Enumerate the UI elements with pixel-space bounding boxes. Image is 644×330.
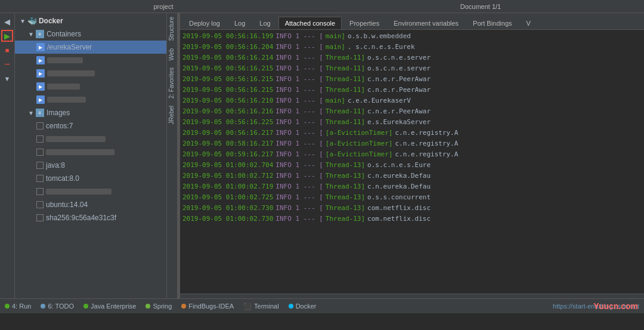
container-item-3[interactable]: ▶ bbox=[15, 67, 166, 80]
status-bar: 4: Run 6: TODO Java Enterprise Spring Fi… bbox=[0, 298, 644, 313]
log-line: 2019-09-05 00:56:16.225INFO 1 --- [Threa… bbox=[182, 117, 642, 128]
image-blurred-2[interactable] bbox=[15, 146, 166, 159]
image-blurred-label-2 bbox=[46, 149, 114, 155]
log-line: 2019-09-05 01:00:02.719INFO 1 --- [Threa… bbox=[182, 181, 642, 192]
images-node[interactable]: ▼ ≡ Images bbox=[15, 106, 166, 119]
side-tab-favorites[interactable]: 2: Favorites bbox=[167, 64, 177, 102]
left-toolbar: ◀ ▶ ■ − ▼ bbox=[0, 13, 15, 298]
tab-port-bindings[interactable]: Port Bindings bbox=[466, 17, 518, 29]
arrow-icon[interactable]: ◀ bbox=[1, 16, 13, 27]
log-line: 2019-09-05 00:56:16.210INFO 1 --- [main]… bbox=[182, 95, 642, 106]
image-ubuntu[interactable]: ubuntu:14.04 bbox=[15, 198, 166, 211]
log-line: 2019-09-05 00:56:16.199INFO 1 --- [main]… bbox=[182, 31, 642, 42]
container-item-4[interactable]: ▶ bbox=[15, 80, 166, 93]
status-terminal-label: Terminal bbox=[254, 303, 279, 310]
image-sha256[interactable]: sha256:9c56a4e31c3f bbox=[15, 211, 166, 224]
container-label-5 bbox=[47, 97, 86, 103]
log-line: 2019-09-05 01:00:02.725INFO 1 --- [Threa… bbox=[182, 192, 642, 203]
watermark: Yuucn.com bbox=[593, 301, 638, 311]
container-item-5[interactable]: ▶ bbox=[15, 93, 166, 106]
left-title: project bbox=[5, 3, 322, 10]
status-todo-label: 6: TODO bbox=[48, 303, 74, 310]
log-line: 2019-09-05 00:56:16.204INFO 1 --- [main]… bbox=[182, 42, 642, 53]
container-label-4 bbox=[47, 84, 80, 90]
side-tab-structure[interactable]: Structure bbox=[167, 13, 177, 45]
image-ubuntu-label: ubuntu:14.04 bbox=[46, 201, 88, 209]
image-blurred-1[interactable] bbox=[15, 132, 166, 146]
image-blurred-label-3 bbox=[46, 189, 112, 195]
status-terminal[interactable]: ⬛ Terminal bbox=[243, 303, 279, 310]
side-tab-web[interactable]: Web bbox=[167, 45, 177, 64]
side-tabs: Structure Web 2: Favorites JRebel bbox=[167, 13, 178, 298]
findbugs-dot bbox=[181, 304, 186, 309]
stop-icon[interactable]: ■ bbox=[1, 44, 13, 56]
tab-log1[interactable]: Log bbox=[228, 17, 252, 29]
tab-log2[interactable]: Log bbox=[253, 17, 277, 29]
image-blurred-label-1 bbox=[46, 136, 106, 142]
tab-attached-console[interactable]: Attached console bbox=[278, 17, 342, 29]
status-docker-label: Docker bbox=[296, 303, 317, 310]
main-area: ◀ ▶ ■ − ▼ ▼ 🐳 Docker ▼ ≡ Containers ▶ /e… bbox=[0, 13, 644, 298]
status-findbugs-label: FindBugs-IDEA bbox=[188, 303, 234, 310]
tree-panel: ▼ 🐳 Docker ▼ ≡ Containers ▶ /eurekaServe… bbox=[15, 13, 167, 298]
side-tab-jrebel[interactable]: JRebel bbox=[167, 102, 177, 128]
minus-icon[interactable]: − bbox=[1, 58, 13, 70]
status-findbugs[interactable]: FindBugs-IDEA bbox=[181, 303, 234, 310]
images-label: Images bbox=[47, 109, 70, 117]
status-spring-label: Spring bbox=[153, 303, 172, 310]
tab-deploy-log[interactable]: Deploy log bbox=[182, 17, 227, 29]
containers-node[interactable]: ▼ ≡ Containers bbox=[15, 27, 166, 41]
log-line: 2019-09-05 01:00:02.730INFO 1 --- [Threa… bbox=[182, 203, 642, 214]
containers-label: Containers bbox=[47, 30, 81, 38]
tab-v[interactable]: V bbox=[520, 17, 537, 29]
status-docker[interactable]: Docker bbox=[289, 303, 317, 310]
log-line: 2019-09-05 00:56:16.216INFO 1 --- [Threa… bbox=[182, 106, 642, 117]
image-centos7[interactable]: centos:7 bbox=[15, 119, 166, 132]
image-blurred-3[interactable] bbox=[15, 185, 166, 198]
log-line: 2019-09-05 00:56:16.215INFO 1 --- [Threa… bbox=[182, 85, 642, 95]
run-icon[interactable]: ▶ bbox=[1, 30, 13, 42]
status-todo[interactable]: 6: TODO bbox=[41, 303, 74, 310]
log-line: 2019-09-05 00:56:16.214INFO 1 --- [Threa… bbox=[182, 53, 642, 63]
status-java-enterprise-label: Java Enterprise bbox=[91, 303, 136, 310]
eureka-server-item[interactable]: ▶ /eurekaServer bbox=[15, 41, 166, 54]
image-java8[interactable]: java:8 bbox=[15, 159, 166, 172]
spring-dot bbox=[145, 304, 150, 309]
java-enterprise-dot bbox=[83, 304, 88, 309]
status-java-enterprise[interactable]: Java Enterprise bbox=[83, 303, 136, 310]
image-sha256-label: sha256:9c56a4e31c3f bbox=[46, 214, 116, 222]
status-spring[interactable]: Spring bbox=[145, 303, 172, 310]
image-java8-label: java:8 bbox=[46, 161, 65, 169]
run-dot bbox=[5, 304, 10, 309]
log-line: 2019-09-05 00:56:16.215INFO 1 --- [Threa… bbox=[182, 74, 642, 85]
title-bar: project Document 1/1 bbox=[0, 0, 644, 13]
right-panel: Deploy log Log Log Attached console Prop… bbox=[180, 13, 644, 298]
tab-properties[interactable]: Properties bbox=[343, 17, 386, 29]
status-run[interactable]: 4: Run bbox=[5, 303, 31, 310]
eureka-server-label: /eurekaServer bbox=[47, 43, 92, 51]
container-label-3 bbox=[47, 70, 95, 76]
log-line: 2019-09-05 01:00:02.730INFO 1 --- [Threa… bbox=[182, 214, 642, 224]
docker-header: ▼ 🐳 Docker bbox=[15, 14, 166, 27]
right-title: Document 1/1 bbox=[322, 3, 639, 10]
image-tomcat80-label: tomcat:8.0 bbox=[46, 174, 79, 183]
log-line: 2019-09-05 00:58:16.217INFO 1 --- [[a-Ev… bbox=[182, 138, 642, 149]
tabs-bar: Deploy log Log Log Attached console Prop… bbox=[180, 13, 644, 30]
image-centos7-label: centos:7 bbox=[46, 122, 73, 130]
container-label-2 bbox=[47, 57, 83, 63]
todo-dot bbox=[41, 304, 45, 309]
docker-dot bbox=[289, 304, 293, 309]
log-scrollbar[interactable] bbox=[180, 294, 644, 298]
tab-env-variables[interactable]: Environment variables bbox=[387, 17, 465, 29]
image-tomcat80[interactable]: tomcat:8.0 bbox=[15, 172, 166, 185]
log-line: 2019-09-05 00:59:16.217INFO 1 --- [[a-Ev… bbox=[182, 149, 642, 160]
log-line: 2019-09-05 00:56:16.215INFO 1 --- [Threa… bbox=[182, 63, 642, 74]
log-content[interactable]: 2019-09-05 00:56:16.199INFO 1 --- [main]… bbox=[180, 30, 644, 294]
filter-icon[interactable]: ▼ bbox=[1, 73, 13, 85]
log-line: 2019-09-05 01:00:02.712INFO 1 --- [Threa… bbox=[182, 171, 642, 181]
log-line: 2019-09-05 01:00:02.704INFO 1 --- [Threa… bbox=[182, 160, 642, 171]
log-line: 2019-09-05 00:56:16.217INFO 1 --- [[a-Ev… bbox=[182, 128, 642, 138]
container-item-2[interactable]: ▶ bbox=[15, 54, 166, 67]
docker-root-label: Docker bbox=[39, 17, 63, 25]
status-run-label: 4: Run bbox=[12, 303, 31, 310]
